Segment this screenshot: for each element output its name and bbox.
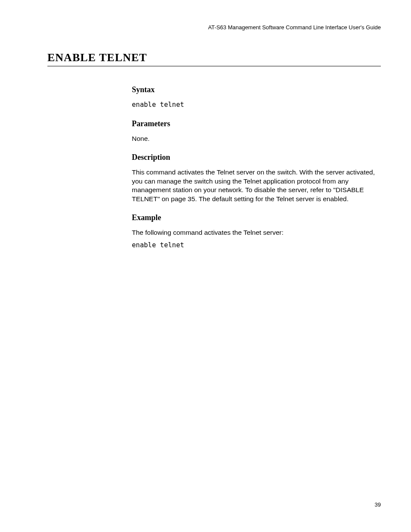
parameters-heading: Parameters xyxy=(132,119,381,128)
syntax-code: enable telnet xyxy=(132,100,381,110)
description-heading: Description xyxy=(132,153,381,162)
document-page: AT-S63 Management Software Command Line … xyxy=(0,0,411,532)
description-text: This command activates the Telnet server… xyxy=(132,168,381,204)
parameters-text: None. xyxy=(132,134,381,143)
page-title: ENABLE TELNET xyxy=(47,51,381,66)
syntax-heading: Syntax xyxy=(132,85,381,94)
header-guide-title: AT-S63 Management Software Command Line … xyxy=(47,24,381,31)
example-code: enable telnet xyxy=(132,241,381,250)
example-text: The following command activates the Teln… xyxy=(132,228,381,237)
content-body: Syntax enable telnet Parameters None. De… xyxy=(132,85,381,250)
page-number: 39 xyxy=(375,501,381,508)
example-heading: Example xyxy=(132,213,381,222)
